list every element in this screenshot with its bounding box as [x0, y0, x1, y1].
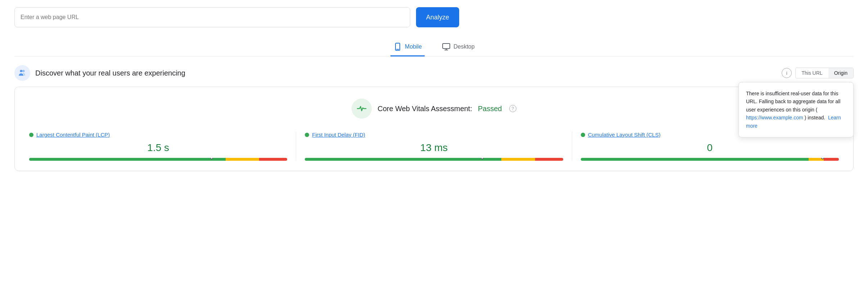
tab-desktop-label: Desktop	[453, 44, 475, 50]
tab-mobile[interactable]: Mobile	[390, 38, 425, 56]
url-input[interactable]: https://www.example.com/page1	[14, 7, 410, 27]
fid-label[interactable]: First Input Delay (FID)	[312, 132, 365, 138]
cls-bar-red	[824, 158, 839, 161]
assessment-status: Passed	[478, 105, 502, 113]
cls-status-dot	[581, 133, 585, 137]
lcp-bar-green	[29, 158, 226, 161]
tooltip-url-link[interactable]: https://www.example.com	[746, 115, 803, 120]
section-title-group: Discover what your real users are experi…	[14, 65, 185, 81]
svg-point-6	[22, 70, 25, 72]
info-icon: i	[786, 70, 787, 76]
origin-button[interactable]: Origin	[828, 68, 853, 78]
svg-rect-2	[443, 44, 450, 49]
tooltip-text-before: There is insufficient real-user data for…	[746, 91, 840, 113]
assessment-row: Core Web Vitals Assessment: Passed ?	[29, 99, 839, 119]
section-header: Discover what your real users are experi…	[0, 56, 868, 87]
lcp-label[interactable]: Largest Contentful Paint (LCP)	[36, 132, 110, 138]
fid-indicator	[480, 158, 484, 161]
metric-fid-label-row: First Input Delay (FID)	[305, 132, 563, 138]
lcp-bar-orange	[226, 158, 259, 161]
main-card: Core Web Vitals Assessment: Passed ? Lar…	[14, 87, 854, 171]
lcp-indicator-dot	[210, 158, 213, 159]
tab-mobile-label: Mobile	[405, 44, 422, 50]
cls-progress-bar	[581, 158, 839, 161]
this-url-button[interactable]: This URL	[796, 68, 828, 78]
section-icon	[14, 65, 30, 81]
assessment-label: Core Web Vitals Assessment:	[378, 105, 472, 113]
fid-indicator-dot	[481, 158, 484, 159]
url-origin-toggle: i This URL Origin There is insufficient …	[782, 68, 854, 78]
top-bar: https://www.example.com/page1 Analyze	[0, 0, 868, 35]
assessment-icon	[352, 99, 372, 119]
fid-bar-orange	[501, 158, 535, 161]
lcp-indicator	[210, 158, 213, 161]
users-icon	[18, 68, 27, 78]
lcp-bar-red	[259, 158, 287, 161]
assessment-help-icon[interactable]: ?	[509, 105, 516, 112]
cls-indicator-dot	[821, 158, 824, 159]
cls-indicator	[821, 158, 824, 161]
tab-desktop[interactable]: Desktop	[439, 38, 478, 56]
fid-value: 13 ms	[305, 142, 563, 154]
vitals-icon	[356, 103, 367, 114]
svg-point-5	[20, 70, 23, 72]
fid-bar-green	[305, 158, 501, 161]
section-title: Discover what your real users are experi…	[35, 69, 185, 77]
lcp-progress-bar	[29, 158, 287, 161]
info-button[interactable]: i	[782, 68, 792, 78]
cls-label[interactable]: Cumulative Layout Shift (CLS)	[588, 132, 661, 138]
cls-bar-green	[581, 158, 809, 161]
fid-progress-bar	[305, 158, 563, 161]
analyze-button[interactable]: Analyze	[416, 7, 459, 27]
desktop-icon	[442, 42, 451, 51]
metric-fid: First Input Delay (FID) 13 ms	[296, 132, 572, 161]
tabs-row: Mobile Desktop	[14, 35, 854, 56]
mobile-icon	[393, 42, 402, 51]
metrics-row: Largest Contentful Paint (LCP) 1.5 s Fir…	[29, 132, 839, 161]
fid-status-dot	[305, 133, 309, 137]
lcp-value: 1.5 s	[29, 142, 287, 154]
metric-lcp: Largest Contentful Paint (LCP) 1.5 s	[29, 132, 296, 161]
lcp-status-dot	[29, 133, 33, 137]
fid-bar-red	[535, 158, 563, 161]
cls-value: 0	[581, 142, 839, 154]
tooltip-text-after: ) instead.	[805, 115, 826, 120]
metric-lcp-label-row: Largest Contentful Paint (LCP)	[29, 132, 287, 138]
toggle-group: This URL Origin	[795, 68, 854, 78]
tooltip-box: There is insufficient real-user data for…	[738, 82, 854, 137]
